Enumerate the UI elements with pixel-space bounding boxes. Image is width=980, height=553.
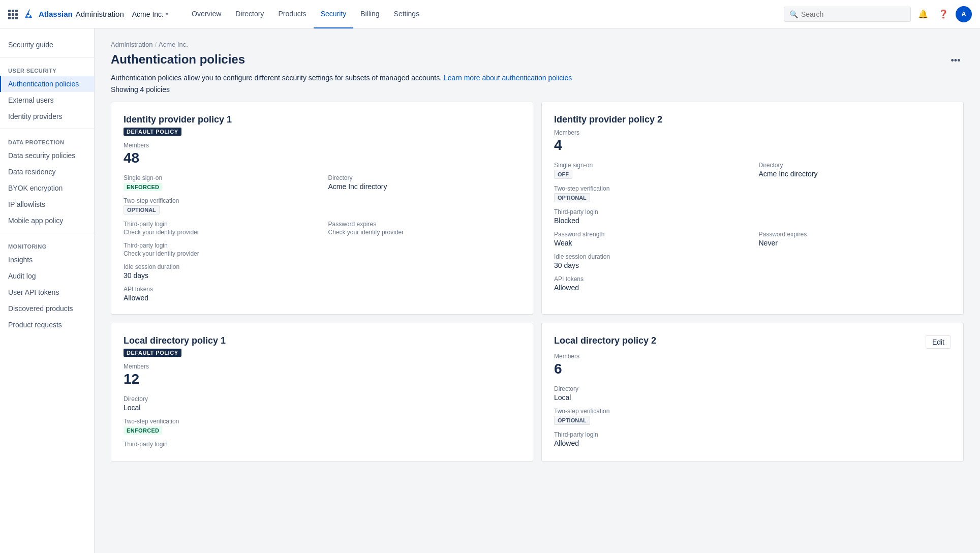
search-box[interactable]: 🔍 <box>784 7 911 22</box>
sidebar-item-user-api-tokens[interactable]: User API tokens <box>0 284 94 300</box>
policy-3-fields: Directory Local Two-step verification EN… <box>124 395 520 449</box>
breadcrumb-acme[interactable]: Acme Inc. <box>159 41 188 48</box>
sidebar-divider-2 <box>0 129 94 129</box>
sidebar-item-authentication-policies[interactable]: Authentication policies <box>0 76 94 92</box>
sidebar-item-audit-log[interactable]: Audit log <box>0 268 94 284</box>
sidebar-item-data-security-policies[interactable]: Data security policies <box>0 147 94 164</box>
policy-1-members-count: 48 <box>124 150 520 166</box>
policy-2-members-label: Members <box>554 129 951 136</box>
policy-1-3pl-1: Third-party login Check your identity pr… <box>124 221 316 236</box>
policy-2-name: Identity provider policy 2 <box>554 114 662 125</box>
learn-more-link[interactable]: Learn more about authentication policies <box>444 74 572 82</box>
breadcrumb: Administration / Acme Inc. <box>111 41 964 48</box>
policy-4-empty-3 <box>759 431 952 447</box>
policy-2-idle-session: Idle session duration 30 days <box>554 253 747 269</box>
org-selector[interactable]: Acme Inc. ▾ <box>128 8 172 20</box>
policy-4-2sv: Two-step verification OPTIONAL <box>554 408 747 425</box>
policy-1-fields: Single sign-on ENFORCED Directory Acme I… <box>124 174 520 302</box>
sidebar-section-data-protection: DATA PROTECTION <box>0 133 94 147</box>
sidebar-item-mobile-app-policy[interactable]: Mobile app policy <box>0 212 94 229</box>
policy-1-members-label: Members <box>124 142 520 149</box>
sidebar-item-external-users[interactable]: External users <box>0 92 94 108</box>
user-avatar[interactable]: A <box>956 6 972 22</box>
policy-3-3pl: Third-party login <box>124 441 316 449</box>
search-input[interactable] <box>801 10 905 18</box>
policy-4-empty-1 <box>759 385 952 402</box>
sidebar-item-data-residency[interactable]: Data residency <box>0 164 94 180</box>
policy-3-directory: Directory Local <box>124 395 316 412</box>
nav-directory[interactable]: Directory <box>228 0 271 28</box>
policy-1-empty-2 <box>328 242 521 257</box>
main-navigation: Overview Directory Products Security Bil… <box>185 0 426 28</box>
nav-settings[interactable]: Settings <box>387 0 427 28</box>
page-header: Authentication policies ••• <box>111 52 964 69</box>
policy-2-empty-1 <box>759 185 952 202</box>
policy-card-3: Local directory policy 1 DEFAULT POLICY … <box>111 323 533 462</box>
sidebar-divider-3 <box>0 233 94 233</box>
atlassian-label: Atlassian <box>39 10 73 18</box>
top-navigation: Atlassian Administration Acme Inc. ▾ Ove… <box>0 0 980 28</box>
breadcrumb-administration[interactable]: Administration <box>111 41 152 48</box>
sidebar-divider-1 <box>0 57 94 57</box>
policy-card-3-header: Local directory policy 1 <box>124 335 520 346</box>
policy-1-pwd-expires: Password expires Check your identity pro… <box>328 221 521 236</box>
sidebar-item-ip-allowlists[interactable]: IP allowlists <box>0 196 94 212</box>
policy-1-3pl-2: Third-party login Check your identity pr… <box>124 242 316 257</box>
nav-logo-area: Atlassian Administration Acme Inc. ▾ <box>8 8 172 20</box>
sidebar-section-monitoring: MONITORING <box>0 237 94 252</box>
policy-3-empty-3 <box>328 441 521 449</box>
breadcrumb-separator: / <box>155 41 157 48</box>
policy-4-3pl: Third-party login Allowed <box>554 431 747 447</box>
policy-card-1-header: Identity provider policy 1 <box>124 114 520 125</box>
policy-4-empty-2 <box>759 408 952 425</box>
nav-billing[interactable]: Billing <box>353 0 386 28</box>
nav-security[interactable]: Security <box>314 0 354 28</box>
policy-4-edit-button[interactable]: Edit <box>926 335 951 349</box>
sidebar-section-user-security: USER SECURITY <box>0 62 94 76</box>
nav-overview[interactable]: Overview <box>185 0 228 28</box>
policy-card-1: Identity provider policy 1 DEFAULT POLIC… <box>111 102 533 315</box>
policy-1-empty-3 <box>328 263 521 280</box>
sidebar-item-identity-providers[interactable]: Identity providers <box>0 108 94 125</box>
policy-3-name: Local directory policy 1 <box>124 335 226 346</box>
sidebar-item-security-guide[interactable]: Security guide <box>0 37 94 53</box>
policy-1-default-badge: DEFAULT POLICY <box>124 128 181 136</box>
policy-card-2-header: Identity provider policy 2 <box>554 114 951 125</box>
sidebar-item-insights[interactable]: Insights <box>0 252 94 268</box>
nav-products[interactable]: Products <box>271 0 313 28</box>
policy-3-empty-1 <box>328 395 521 412</box>
atlassian-logo[interactable]: Atlassian Administration <box>23 8 124 20</box>
policy-2-empty-2 <box>759 208 952 225</box>
page-layout: Security guide USER SECURITY Authenticat… <box>0 28 980 553</box>
policy-2-empty-4 <box>759 275 952 292</box>
help-button[interactable]: ❓ <box>935 6 952 22</box>
admin-label: Administration <box>76 10 124 18</box>
policy-4-members-count: 6 <box>554 361 951 377</box>
policy-1-directory: Directory Acme Inc directory <box>328 174 521 191</box>
policy-4-2sv-badge: OPTIONAL <box>554 416 590 425</box>
policy-1-name: Identity provider policy 1 <box>124 114 232 125</box>
policy-1-2sv: Two-step verification OPTIONAL <box>124 197 316 214</box>
policy-2-2sv-badge: OPTIONAL <box>554 193 590 202</box>
grid-icon[interactable] <box>8 10 17 19</box>
policy-1-idle-session: Idle session duration 30 days <box>124 263 316 280</box>
chevron-down-icon: ▾ <box>166 11 168 17</box>
policy-4-fields: Directory Local Two-step verification OP… <box>554 385 951 447</box>
policy-2-members-count: 4 <box>554 137 951 153</box>
showing-count: Showing 4 policies <box>111 85 964 94</box>
more-options-button[interactable]: ••• <box>947 52 964 69</box>
policy-4-directory: Directory Local <box>554 385 747 402</box>
policy-3-members-label: Members <box>124 363 520 370</box>
policy-card-2: Identity provider policy 2 Members 4 Sin… <box>541 102 964 315</box>
search-icon: 🔍 <box>789 10 798 18</box>
policy-card-4: Local directory policy 2 Edit Members 6 … <box>541 323 964 462</box>
sidebar-item-discovered-products[interactable]: Discovered products <box>0 300 94 317</box>
policy-3-members-count: 12 <box>124 371 520 387</box>
policy-3-empty-2 <box>328 418 521 435</box>
sidebar-item-byok-encryption[interactable]: BYOK encryption <box>0 180 94 196</box>
sso-off-badge: OFF <box>554 170 572 179</box>
policy-3-2sv-badge: ENFORCED <box>124 426 162 435</box>
notifications-button[interactable]: 🔔 <box>915 6 931 22</box>
policy-4-members-label: Members <box>554 353 951 360</box>
sidebar-item-product-requests[interactable]: Product requests <box>0 317 94 333</box>
